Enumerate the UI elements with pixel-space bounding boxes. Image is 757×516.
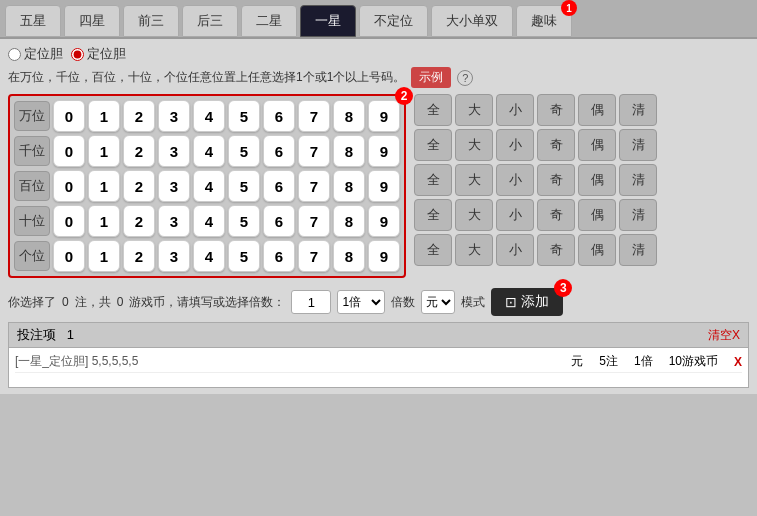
unit-select[interactable]: 元角分 <box>421 290 455 314</box>
number-button[interactable]: 1 <box>88 100 120 132</box>
number-button[interactable]: 6 <box>263 205 295 237</box>
number-button[interactable]: 3 <box>158 100 190 132</box>
bet-remove[interactable]: X <box>734 355 742 369</box>
number-button[interactable]: 6 <box>263 100 295 132</box>
right-btn-奇[interactable]: 奇 <box>537 129 575 161</box>
number-button[interactable]: 5 <box>228 100 260 132</box>
right-btn-全[interactable]: 全 <box>414 234 452 266</box>
number-button[interactable]: 7 <box>298 135 330 167</box>
number-button[interactable]: 2 <box>123 170 155 202</box>
number-button[interactable]: 9 <box>368 240 400 272</box>
right-btn-全[interactable]: 全 <box>414 199 452 231</box>
number-button[interactable]: 4 <box>193 205 225 237</box>
number-button[interactable]: 4 <box>193 135 225 167</box>
number-button[interactable]: 0 <box>53 135 85 167</box>
number-button[interactable]: 9 <box>368 135 400 167</box>
number-button[interactable]: 1 <box>88 205 120 237</box>
number-button[interactable]: 6 <box>263 170 295 202</box>
right-btn-偶[interactable]: 偶 <box>578 164 616 196</box>
right-btn-大[interactable]: 大 <box>455 199 493 231</box>
number-button[interactable]: 0 <box>53 205 85 237</box>
right-btn-奇[interactable]: 奇 <box>537 164 575 196</box>
number-button[interactable]: 3 <box>158 240 190 272</box>
number-button[interactable]: 5 <box>228 170 260 202</box>
right-btn-小[interactable]: 小 <box>496 94 534 126</box>
right-btn-奇[interactable]: 奇 <box>537 199 575 231</box>
tab-sixing[interactable]: 四星 <box>64 5 120 37</box>
tab-budingwei[interactable]: 不定位 <box>359 5 428 37</box>
number-button[interactable]: 0 <box>53 100 85 132</box>
tab-quwei[interactable]: 趣味 1 <box>516 5 572 37</box>
number-button[interactable]: 3 <box>158 135 190 167</box>
tab-daxiao[interactable]: 大小单双 <box>431 5 513 37</box>
right-btn-全[interactable]: 全 <box>414 94 452 126</box>
tab-qiansan[interactable]: 前三 <box>123 5 179 37</box>
right-btn-清[interactable]: 清 <box>619 164 657 196</box>
number-button[interactable]: 7 <box>298 170 330 202</box>
right-btn-大[interactable]: 大 <box>455 164 493 196</box>
clear-button[interactable]: 清空X <box>708 327 740 344</box>
number-button[interactable]: 5 <box>228 135 260 167</box>
number-button[interactable]: 8 <box>333 170 365 202</box>
radio-dingweidan[interactable]: 定位胆 <box>71 45 126 63</box>
right-btn-大[interactable]: 大 <box>455 234 493 266</box>
times-input[interactable] <box>291 290 331 314</box>
number-button[interactable]: 6 <box>263 240 295 272</box>
right-btn-清[interactable]: 清 <box>619 94 657 126</box>
number-button[interactable]: 1 <box>88 240 120 272</box>
radio-dingwei[interactable]: 定位胆 <box>8 45 63 63</box>
right-btn-小[interactable]: 小 <box>496 234 534 266</box>
right-btn-奇[interactable]: 奇 <box>537 234 575 266</box>
row-label[interactable]: 千位 <box>14 136 50 166</box>
times-select[interactable]: 1倍2倍5倍10倍 <box>337 290 385 314</box>
number-button[interactable]: 2 <box>123 240 155 272</box>
right-btn-小[interactable]: 小 <box>496 164 534 196</box>
right-btn-小[interactable]: 小 <box>496 199 534 231</box>
number-button[interactable]: 2 <box>123 205 155 237</box>
right-btn-大[interactable]: 大 <box>455 94 493 126</box>
help-icon[interactable]: ? <box>457 70 473 86</box>
right-btn-小[interactable]: 小 <box>496 129 534 161</box>
right-btn-全[interactable]: 全 <box>414 164 452 196</box>
right-btn-全[interactable]: 全 <box>414 129 452 161</box>
right-btn-清[interactable]: 清 <box>619 199 657 231</box>
right-btn-偶[interactable]: 偶 <box>578 129 616 161</box>
radio-dingweidan-input[interactable] <box>71 48 84 61</box>
number-button[interactable]: 7 <box>298 100 330 132</box>
number-button[interactable]: 9 <box>368 170 400 202</box>
number-button[interactable]: 5 <box>228 205 260 237</box>
number-button[interactable]: 4 <box>193 170 225 202</box>
row-label[interactable]: 个位 <box>14 241 50 271</box>
number-button[interactable]: 5 <box>228 240 260 272</box>
tab-yixing[interactable]: 一星 <box>300 5 356 37</box>
right-btn-偶[interactable]: 偶 <box>578 94 616 126</box>
number-button[interactable]: 8 <box>333 135 365 167</box>
number-button[interactable]: 4 <box>193 240 225 272</box>
radio-dingwei-input[interactable] <box>8 48 21 61</box>
number-button[interactable]: 8 <box>333 240 365 272</box>
number-button[interactable]: 3 <box>158 205 190 237</box>
row-label[interactable]: 百位 <box>14 171 50 201</box>
number-button[interactable]: 8 <box>333 205 365 237</box>
tab-erxing[interactable]: 二星 <box>241 5 297 37</box>
tab-wuxing[interactable]: 五星 <box>5 5 61 37</box>
number-button[interactable]: 7 <box>298 205 330 237</box>
number-button[interactable]: 2 <box>123 135 155 167</box>
row-label[interactable]: 十位 <box>14 206 50 236</box>
add-button[interactable]: ⊡ 添加 3 <box>491 288 563 316</box>
number-button[interactable]: 0 <box>53 170 85 202</box>
right-btn-大[interactable]: 大 <box>455 129 493 161</box>
number-button[interactable]: 8 <box>333 100 365 132</box>
number-button[interactable]: 4 <box>193 100 225 132</box>
number-button[interactable]: 0 <box>53 240 85 272</box>
right-btn-奇[interactable]: 奇 <box>537 94 575 126</box>
number-button[interactable]: 1 <box>88 135 120 167</box>
example-button[interactable]: 示例 <box>411 67 451 88</box>
right-btn-偶[interactable]: 偶 <box>578 199 616 231</box>
number-button[interactable]: 9 <box>368 100 400 132</box>
number-button[interactable]: 7 <box>298 240 330 272</box>
number-button[interactable]: 6 <box>263 135 295 167</box>
number-button[interactable]: 2 <box>123 100 155 132</box>
right-btn-清[interactable]: 清 <box>619 234 657 266</box>
number-button[interactable]: 3 <box>158 170 190 202</box>
